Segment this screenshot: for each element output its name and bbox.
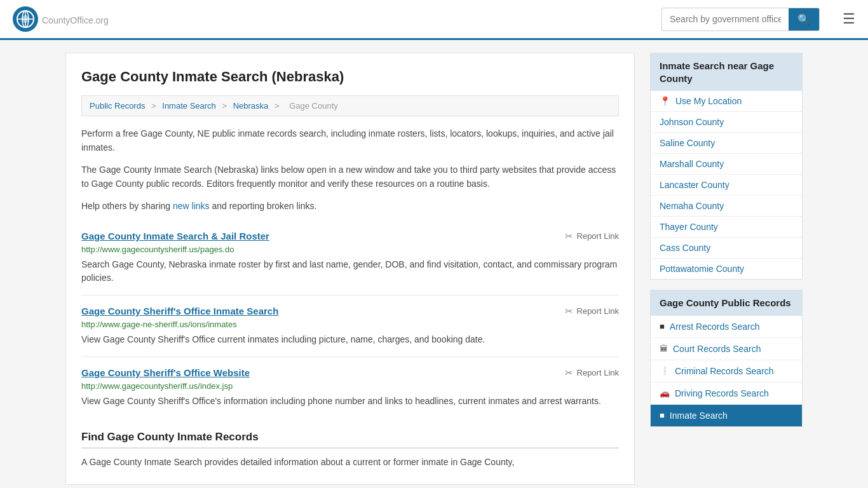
result-title-1[interactable]: Gage County Sheriff's Office Inmate Sear…	[81, 306, 278, 316]
pr-icon-3: 🚗	[660, 388, 670, 398]
sidebar-county-2[interactable]: Marshall County	[651, 154, 802, 175]
sidebar-pr-item-0[interactable]: ■ Arrest Records Search	[651, 316, 802, 338]
sidebar: Inmate Search near Gage County 📍 Use My …	[650, 53, 803, 485]
report-icon-0: ✂	[565, 231, 573, 242]
sidebar-county-4[interactable]: Nemaha County	[651, 196, 802, 217]
sidebar-use-location[interactable]: 📍 Use My Location	[651, 91, 802, 112]
breadcrumb-sep2: >	[222, 101, 229, 111]
result-desc-2: View Gage County Sheriff's Office's info…	[81, 395, 619, 408]
result-url-2[interactable]: http://www.gagecountysheriff.us/index.js…	[81, 381, 619, 391]
result-url-1[interactable]: http://www.gage-ne-sheriff.us/ions/inmat…	[81, 320, 619, 329]
report-icon-2: ✂	[565, 367, 573, 379]
result-desc-0: Search Gage County, Nebraska inmate rost…	[81, 258, 619, 285]
sidebar-county-6[interactable]: Cass County	[651, 238, 802, 259]
breadcrumb-inmate-search[interactable]: Inmate Search	[162, 101, 216, 111]
report-label-0: Report Link	[577, 231, 619, 241]
result-url-0[interactable]: http://www.gagecountysheriff.us/pages.do	[81, 245, 619, 254]
header-right: 🔍 ☰	[649, 8, 855, 31]
page-container: Gage County Inmate Search (Nebraska) Pub…	[53, 40, 815, 488]
results-list: Gage County Inmate Search & Jail Roster …	[81, 220, 619, 418]
report-link-0[interactable]: ✂ Report Link	[565, 231, 619, 242]
sidebar-pr-item-2[interactable]: ❕ Criminal Records Search	[651, 360, 802, 383]
header: CountyOffice.org 🔍 ☰	[0, 0, 868, 40]
sidebar-pr-item-4[interactable]: ■ Inmate Search	[651, 405, 802, 426]
sidebar-county-3[interactable]: Lancaster County	[651, 175, 802, 196]
pr-link-4[interactable]: Inmate Search	[670, 410, 728, 421]
pr-link-1[interactable]: Court Records Search	[673, 344, 761, 354]
use-my-location-link[interactable]: Use My Location	[675, 96, 742, 106]
description1: Perform a free Gage County, NE public in…	[81, 126, 619, 155]
breadcrumb-public-records[interactable]: Public Records	[90, 101, 145, 111]
breadcrumb-sep3: >	[275, 101, 281, 111]
county-link-5[interactable]: Thayer County	[660, 222, 718, 232]
description3: Help others by sharing new links and rep…	[81, 199, 619, 213]
report-icon-1: ✂	[565, 306, 573, 317]
county-link-6[interactable]: Cass County	[660, 243, 710, 253]
county-link-4[interactable]: Nemaha County	[660, 201, 724, 211]
find-records-heading: Find Gage County Inmate Records	[81, 431, 619, 449]
main-content: Gage County Inmate Search (Nebraska) Pub…	[65, 53, 635, 485]
result-item-1: Gage County Sheriff's Office Inmate Sear…	[81, 295, 619, 357]
report-link-1[interactable]: ✂ Report Link	[565, 306, 619, 317]
sidebar-pr-item-1[interactable]: 🏛 Court Records Search	[651, 338, 802, 360]
breadcrumb-sep1: >	[151, 101, 158, 111]
menu-icon[interactable]: ☰	[843, 11, 855, 27]
pr-icon-0: ■	[660, 322, 665, 331]
page-title: Gage County Inmate Search (Nebraska)	[81, 69, 619, 85]
county-link-2[interactable]: Marshall County	[660, 159, 724, 169]
result-item-0: Gage County Inmate Search & Jail Roster …	[81, 220, 619, 295]
county-link-7[interactable]: Pottawatomie County	[660, 264, 744, 274]
sidebar-county-7[interactable]: Pottawatomie County	[651, 259, 802, 279]
sidebar-county-0[interactable]: Johnson County	[651, 112, 802, 133]
nearby-counties-list: Johnson CountySaline CountyMarshall Coun…	[651, 112, 802, 279]
sidebar-county-1[interactable]: Saline County	[651, 133, 802, 154]
result-item-2: Gage County Sheriff's Office Website ✂ R…	[81, 357, 619, 418]
pr-link-0[interactable]: Arrest Records Search	[670, 322, 760, 332]
result-title-2[interactable]: Gage County Sheriff's Office Website	[81, 367, 250, 378]
sidebar-county-5[interactable]: Thayer County	[651, 217, 802, 238]
logo-icon	[13, 6, 38, 32]
description2: The Gage County Inmate Search (Nebraska)…	[81, 163, 619, 191]
logo-text: CountyOffice.org	[42, 12, 109, 27]
pr-icon-4: ■	[660, 410, 665, 420]
county-link-3[interactable]: Lancaster County	[660, 180, 729, 190]
public-records-list: ■ Arrest Records Search 🏛 Court Records …	[651, 316, 802, 426]
desc3-suffix: and reporting broken links.	[210, 201, 317, 211]
pr-icon-1: 🏛	[660, 344, 668, 353]
sidebar-nearby-section: Inmate Search near Gage County 📍 Use My …	[650, 53, 803, 280]
pr-icon-2: ❕	[660, 366, 670, 376]
breadcrumb: Public Records > Inmate Search > Nebrask…	[81, 95, 619, 116]
report-link-2[interactable]: ✂ Report Link	[565, 367, 619, 379]
county-link-1[interactable]: Saline County	[660, 138, 715, 148]
search-bar: 🔍	[661, 8, 820, 31]
report-label-1: Report Link	[577, 306, 619, 316]
location-icon: 📍	[660, 96, 670, 106]
county-link-0[interactable]: Johnson County	[660, 117, 724, 127]
search-icon: 🔍	[797, 14, 810, 25]
pr-link-2[interactable]: Criminal Records Search	[675, 366, 774, 376]
result-desc-1: View Gage County Sheriff's Office curren…	[81, 333, 619, 346]
sidebar-pr-item-3[interactable]: 🚗 Driving Records Search	[651, 383, 802, 405]
sidebar-public-records-section: Gage County Public Records ■ Arrest Reco…	[650, 290, 803, 427]
logo-area: CountyOffice.org	[13, 6, 109, 32]
breadcrumb-current: Gage County	[289, 101, 338, 111]
search-input[interactable]	[662, 9, 789, 29]
find-records-desc: A Gage County Inmate Search provides det…	[81, 455, 619, 469]
desc3-prefix: Help others by sharing	[81, 201, 173, 211]
search-button[interactable]: 🔍	[789, 8, 819, 30]
pr-link-3[interactable]: Driving Records Search	[675, 388, 769, 398]
report-label-2: Report Link	[577, 368, 619, 377]
breadcrumb-nebraska[interactable]: Nebraska	[233, 101, 269, 111]
new-links[interactable]: new links	[173, 201, 210, 211]
result-title-0[interactable]: Gage County Inmate Search & Jail Roster	[81, 231, 269, 241]
sidebar-nearby-heading: Inmate Search near Gage County	[651, 53, 802, 91]
sidebar-public-records-heading: Gage County Public Records	[651, 290, 802, 316]
